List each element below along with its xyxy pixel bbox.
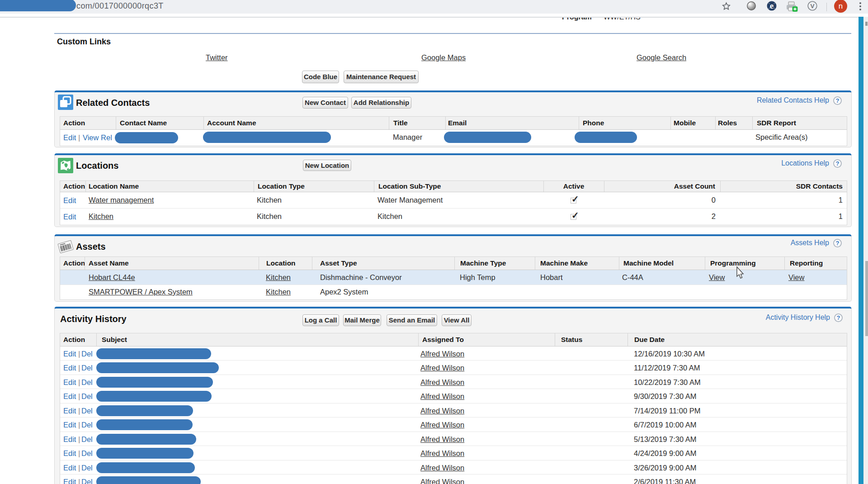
- svg-text:V: V: [810, 3, 814, 9]
- svg-text:e: e: [770, 1, 774, 10]
